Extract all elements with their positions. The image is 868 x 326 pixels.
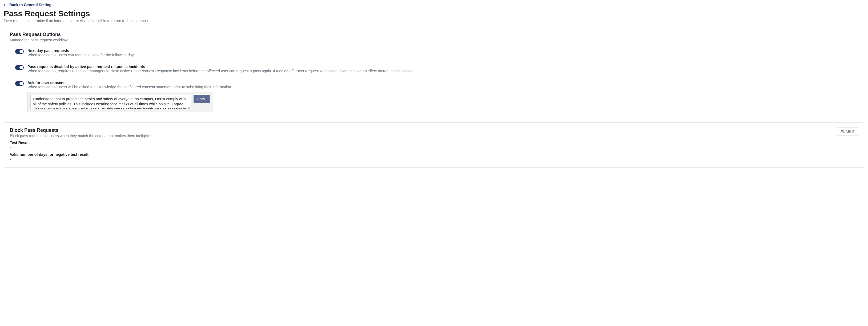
valid-days-label: Valid number of days for negative test r… bbox=[10, 152, 858, 157]
next-day-toggle[interactable] bbox=[15, 49, 24, 54]
back-link[interactable]: 🡐 Back to General Settings bbox=[4, 3, 54, 7]
options-title: Pass Request Options bbox=[10, 32, 858, 37]
arrow-left-icon: 🡐 bbox=[4, 3, 8, 7]
consent-toggle[interactable] bbox=[15, 81, 24, 86]
page-subtitle: Pass requests determine if an internal u… bbox=[4, 19, 864, 23]
toggle-row-consent: Ask for user consent When toggled on, us… bbox=[15, 81, 858, 112]
valid-days-value: - bbox=[10, 157, 858, 161]
test-result-value: - bbox=[10, 145, 858, 150]
back-link-label: Back to General Settings bbox=[9, 3, 54, 7]
consent-textarea[interactable] bbox=[30, 95, 191, 109]
consent-box: SAVE bbox=[27, 92, 213, 112]
block-pass-requests-panel: Block Pass Requests Block pass requests … bbox=[4, 122, 864, 168]
consent-label: Ask for user consent bbox=[27, 81, 858, 85]
page-title: Pass Request Settings bbox=[4, 9, 864, 18]
incidents-toggle[interactable] bbox=[15, 65, 24, 70]
toggle-row-next-day: Next day pass requests When toggled on, … bbox=[15, 49, 858, 57]
pass-request-options-panel: Pass Request Options Manage the pass req… bbox=[4, 27, 864, 118]
next-day-label: Next day pass requests bbox=[27, 49, 858, 53]
toggle-row-incidents: Pass requests disabled by active pass re… bbox=[15, 65, 858, 73]
incidents-desc: When toggled on, requires response manag… bbox=[27, 69, 858, 73]
consent-desc: When toggled on, users will be asked to … bbox=[27, 85, 858, 89]
block-title: Block Pass Requests bbox=[10, 127, 151, 133]
test-result-label: Test Result bbox=[10, 141, 858, 145]
options-subtitle: Manage the pass request workflow bbox=[10, 38, 858, 42]
enable-button[interactable]: ENABLE bbox=[837, 127, 858, 136]
save-button[interactable]: SAVE bbox=[193, 95, 210, 103]
next-day-desc: When toggled on, users can request a pas… bbox=[27, 53, 858, 57]
incidents-label: Pass requests disabled by active pass re… bbox=[27, 65, 858, 69]
block-subtitle: Block pass requests for users when they … bbox=[10, 134, 151, 138]
